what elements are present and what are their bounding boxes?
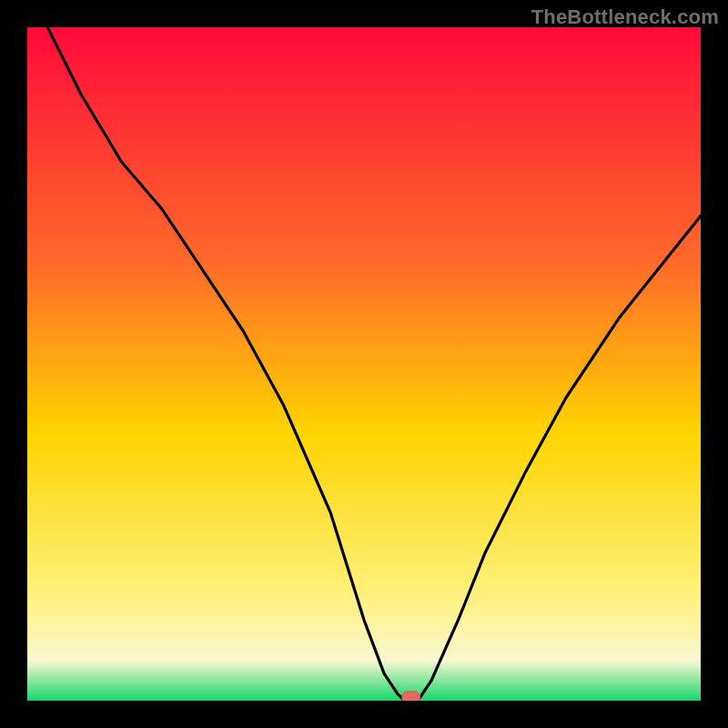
- chart-container: TheBottleneck.com: [0, 0, 728, 728]
- watermark-label: TheBottleneck.com: [531, 5, 719, 29]
- bottleneck-chart: [0, 0, 728, 728]
- plot-background: [27, 27, 701, 701]
